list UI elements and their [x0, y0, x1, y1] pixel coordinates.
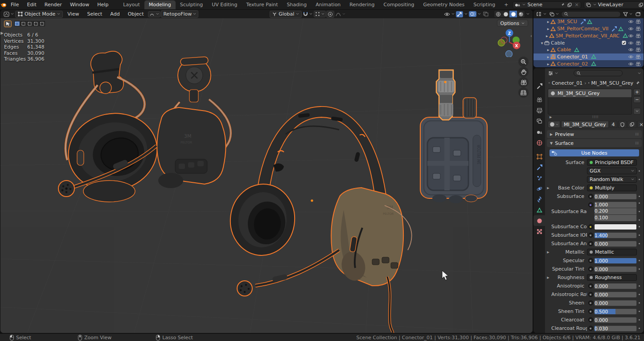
camera-visibility-icon[interactable] [636, 26, 641, 31]
properties-tab-view-layer[interactable] [533, 116, 545, 127]
socket-button[interactable] [587, 202, 594, 207]
sidebar-collapse-arrow[interactable]: ‹ [530, 33, 532, 38]
select-mode-extend[interactable] [21, 21, 26, 26]
fake-user-shield-button[interactable] [618, 121, 627, 128]
animate-decorator[interactable] [637, 328, 641, 329]
show-overlays-toggle[interactable] [469, 11, 476, 17]
animate-decorator[interactable] [637, 311, 641, 312]
viewport-menu-view[interactable]: View [63, 10, 83, 18]
properties-search-input[interactable] [574, 70, 623, 76]
shading-solid-button[interactable] [502, 11, 509, 17]
expand-arrow-icon[interactable]: ▶ [545, 251, 551, 254]
properties-tab-scene[interactable] [533, 127, 545, 137]
socket-button[interactable] [587, 224, 594, 229]
properties-tab-output[interactable] [533, 105, 545, 116]
properties-tab-tool[interactable] [533, 81, 545, 91]
properties-tab-physics[interactable] [533, 183, 545, 194]
properties-tab-object[interactable] [533, 151, 545, 162]
breadcrumb-material[interactable]: MI_3M_SCU_Grey [591, 80, 633, 86]
outliner-item-cable[interactable]: ▶Cable [533, 46, 644, 53]
workspace-tab-compositing[interactable]: Compositing [379, 0, 419, 9]
animate-decorator[interactable] [637, 226, 641, 227]
slot-specials-button[interactable] [633, 108, 641, 115]
outliner-filter-button[interactable] [622, 12, 633, 17]
viewport-menu-object[interactable]: Object [124, 10, 148, 18]
eye-icon[interactable] [628, 20, 634, 24]
material-slot-item[interactable]: MI_3M_SCU_Grey [548, 89, 632, 97]
workspace-tab-rendering[interactable]: Rendering [345, 0, 379, 9]
shading-dropdown[interactable] [525, 12, 530, 16]
camera-visibility-icon[interactable] [636, 41, 641, 45]
select-mode-set[interactable] [14, 21, 20, 26]
animate-decorator[interactable] [637, 170, 641, 172]
workspace-tab-texture-paint[interactable]: Texture Paint [242, 0, 283, 9]
workspace-tab-geometry-nodes[interactable]: Geometry Nodes [418, 0, 469, 9]
select-mode-intersect[interactable] [39, 21, 45, 26]
editor-type-button[interactable] [3, 11, 15, 17]
add-slot-button[interactable]: + [633, 89, 641, 95]
show-gizmo-dropdown[interactable] [464, 12, 468, 16]
eye-icon[interactable] [628, 62, 634, 66]
value-slider[interactable]: 1.000 [594, 258, 637, 264]
gpencil-dropdown[interactable] [148, 11, 160, 17]
expand-arrow-icon[interactable]: ▶ [546, 27, 550, 30]
surface-panel-header[interactable]: ▼ Surface ⁞⁞⁞ [547, 139, 642, 147]
color-swatch[interactable] [594, 224, 637, 230]
expand-arrow-icon[interactable]: ▶ [545, 186, 551, 190]
shading-wireframe-button[interactable] [494, 11, 502, 17]
workspace-tab-modeling[interactable]: Modeling [144, 0, 176, 9]
outliner-display-mode-button[interactable] [549, 12, 560, 17]
mode-selector[interactable]: Object Mode [15, 11, 63, 18]
collapse-arrow-icon[interactable]: ▼ [540, 41, 544, 45]
value-slider[interactable]: 0.100 [594, 215, 637, 222]
dropdown-field[interactable]: GGX [587, 168, 637, 174]
socket-button[interactable] [587, 233, 594, 238]
socket-button[interactable] [587, 241, 594, 246]
blender-logo-icon[interactable] [0, 2, 7, 8]
properties-tab-object-data[interactable] [533, 205, 545, 215]
animate-decorator[interactable] [637, 211, 641, 212]
socket-button[interactable] [587, 292, 594, 297]
animate-decorator[interactable] [637, 196, 641, 197]
workspace-tab-layout[interactable]: Layout [119, 0, 144, 9]
pin-icon[interactable] [635, 81, 640, 86]
retopoflow-menu[interactable]: RetopoFlow [161, 10, 198, 18]
expand-arrow-icon[interactable]: ▶ [546, 55, 550, 58]
menu-file[interactable]: File [7, 1, 23, 8]
socket-button[interactable] [587, 283, 594, 288]
node-link-field[interactable]: Multiply [587, 185, 637, 191]
value-slider[interactable]: 1.400 [594, 232, 637, 238]
node-link-field[interactable]: Metallic [587, 249, 637, 255]
value-slider[interactable]: 0.200 [594, 208, 637, 215]
menu-window[interactable]: Window [66, 1, 93, 8]
pan-view-button[interactable] [518, 67, 529, 77]
add-workspace-button[interactable]: + [500, 0, 513, 9]
breadcrumb-object[interactable]: Conector_01 [552, 80, 582, 86]
workspace-tab-sculpting[interactable]: Sculpting [176, 0, 207, 9]
viewlayer-name[interactable]: ViewLayer [598, 2, 636, 8]
snap-target-button[interactable] [314, 11, 326, 17]
properties-tab-constraints[interactable] [533, 194, 545, 205]
material-slot-list[interactable]: MI_3M_SCU_Grey [548, 89, 632, 115]
properties-options-dropdown[interactable] [637, 72, 642, 75]
socket-button[interactable] [587, 300, 594, 305]
viewlayer-selector[interactable]: ViewLayer × [584, 1, 644, 8]
menu-render[interactable]: Render [41, 1, 66, 8]
animate-decorator[interactable] [637, 319, 641, 320]
camera-visibility-icon[interactable] [636, 62, 641, 66]
proportional-editing-icon[interactable] [326, 11, 334, 18]
animate-decorator[interactable] [637, 234, 641, 236]
checkbox-icon[interactable] [622, 41, 626, 45]
transform-orientation[interactable]: Global [270, 11, 302, 18]
value-slider[interactable]: 0.000 [594, 317, 637, 323]
camera-view-button[interactable] [518, 77, 529, 87]
outliner-item-sm_peltorcomtac_vii_arc[interactable]: ▶SM_PeltorComtac_VII_ARC [533, 32, 644, 39]
node-link-field[interactable]: Principled BSDF [587, 159, 637, 166]
value-slider[interactable]: 0.000 [594, 241, 637, 247]
properties-tab-world[interactable] [533, 137, 545, 148]
model-connector-active[interactable] [436, 70, 455, 120]
slot-list-grip[interactable]: ▶ ⁞⁞⁞⁞ [545, 115, 644, 119]
unlink-material-button[interactable]: × [637, 121, 644, 128]
expand-arrow-icon[interactable]: ▶ [546, 20, 550, 23]
animate-decorator[interactable] [637, 202, 641, 204]
